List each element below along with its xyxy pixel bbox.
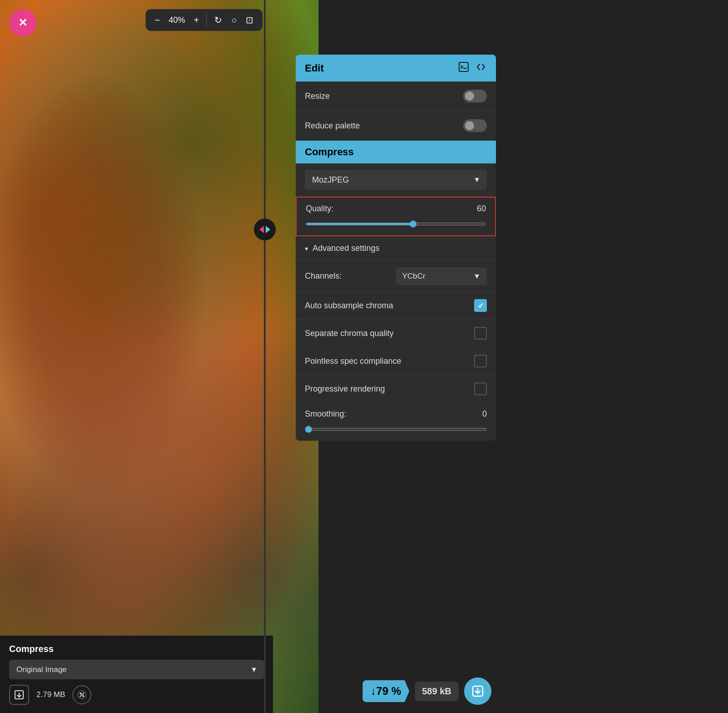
codec-select[interactable]: MozJPEG WebP AVIF JXL OxiPNG (305, 170, 487, 190)
arrow-right-icon (266, 226, 270, 233)
download-button[interactable] (464, 677, 491, 705)
right-panel: Edit Resize Reduce palette (296, 55, 496, 441)
svg-point-6 (80, 693, 81, 694)
bottom-bar-right: ↓79 % 589 kB (300, 669, 500, 713)
terminal-button[interactable] (458, 61, 470, 75)
svg-point-7 (82, 695, 84, 697)
compression-percent-badge[interactable] (72, 685, 91, 704)
circle-icon: ○ (231, 15, 237, 25)
rotate-icon: ↻ (214, 15, 222, 25)
separate-chroma-row: Separate chroma quality (296, 320, 496, 347)
reduce-palette-row: Reduce palette (296, 111, 496, 141)
close-button[interactable]: ✕ (9, 9, 36, 36)
pointless-spec-label: Pointless spec compliance (305, 356, 401, 366)
advanced-settings-header[interactable]: ▾ Advanced settings (296, 236, 496, 261)
bottom-image-dropdown-wrapper: Original Image Compressed Image ▼ (9, 660, 264, 679)
resize-toggle[interactable] (463, 90, 487, 102)
header-icon-group (458, 61, 487, 75)
smoothing-slider-container (305, 424, 487, 433)
zoom-display: 40% (166, 15, 188, 25)
split-handle-button[interactable] (254, 219, 276, 240)
smoothing-top: Smoothing: 0 (305, 409, 487, 419)
nav-button[interactable] (475, 61, 487, 75)
channels-dropdown-wrapper: YCbCr RGB Grayscale ▼ (396, 267, 487, 285)
crop-button[interactable]: ⊡ (242, 13, 257, 27)
minus-icon: − (155, 15, 160, 25)
split-divider (264, 0, 266, 713)
zoom-in-button[interactable]: + (190, 13, 203, 27)
reduction-value: ↓79 % (371, 685, 401, 698)
crop-icon: ⊡ (246, 15, 253, 25)
smoothing-label: Smoothing: (305, 409, 346, 419)
quality-label: Quality: (306, 204, 334, 214)
auto-subsample-label: Auto subsample chroma (305, 301, 393, 311)
resize-label: Resize (305, 92, 330, 101)
auto-subsample-checkbox[interactable]: ✓ (474, 299, 487, 312)
quality-slider-container (306, 219, 486, 227)
edit-header: Edit (296, 55, 496, 81)
top-toolbar: − 40% + ↻ ○ ⊡ (146, 9, 263, 31)
quality-top: Quality: 60 (306, 204, 486, 214)
reduce-toggle-thumb (465, 121, 474, 130)
resize-row: Resize (296, 81, 496, 111)
progressive-label: Progressive rendering (305, 384, 385, 394)
quality-row: Quality: 60 (296, 197, 496, 236)
image-canvas (0, 0, 318, 713)
compress-title: Compress (305, 146, 354, 158)
pointless-spec-checkbox[interactable] (474, 355, 487, 367)
image-preview (0, 0, 318, 713)
zoom-number: 40 (169, 15, 178, 25)
separate-chroma-label: Separate chroma quality (305, 329, 394, 338)
channels-select[interactable]: YCbCr RGB Grayscale (396, 267, 487, 285)
chevron-down-icon: ▾ (305, 245, 308, 252)
compressed-size-badge: 589 kB (415, 682, 459, 701)
plus-icon: + (194, 15, 199, 25)
quality-value: 60 (477, 204, 486, 214)
channels-label: Channels: (305, 271, 342, 281)
progressive-checkbox[interactable] (474, 382, 487, 395)
file-size-text: 2.79 MB (36, 690, 65, 699)
reduction-badge: ↓79 % (363, 680, 410, 702)
save-icon-box[interactable] (9, 685, 29, 705)
bottom-image-select[interactable]: Original Image Compressed Image (9, 660, 264, 679)
rotate-button[interactable]: ↻ (211, 13, 226, 27)
progressive-row: Progressive rendering (296, 375, 496, 403)
circle-button[interactable]: ○ (228, 13, 240, 27)
pointless-spec-row: Pointless spec compliance (296, 347, 496, 375)
separate-chroma-checkbox[interactable] (474, 327, 487, 340)
smoothing-value: 0 (482, 409, 487, 419)
checkmark-icon: ✓ (478, 301, 484, 310)
close-icon: ✕ (18, 16, 27, 29)
bottom-bar-left: Compress Original Image Compressed Image… (0, 636, 273, 713)
compress-section-header: Compress (296, 141, 496, 163)
channels-row: Channels: YCbCr RGB Grayscale ▼ (296, 261, 496, 292)
svg-rect-0 (459, 62, 468, 71)
smoothing-slider[interactable] (305, 428, 487, 431)
zoom-unit: % (178, 15, 185, 25)
reduce-palette-label: Reduce palette (305, 121, 360, 131)
auto-subsample-row: Auto subsample chroma ✓ (296, 292, 496, 320)
reduce-palette-toggle[interactable] (463, 119, 487, 132)
bottom-info-row: 2.79 MB (9, 685, 264, 705)
arrow-left-icon (259, 226, 264, 233)
advanced-label: Advanced settings (313, 244, 379, 253)
codec-dropdown-wrapper: MozJPEG WebP AVIF JXL OxiPNG ▼ (305, 170, 487, 190)
toolbar-separator (206, 14, 207, 26)
codec-dropdown-row: MozJPEG WebP AVIF JXL OxiPNG ▼ (296, 163, 496, 197)
toggle-thumb (465, 92, 474, 101)
edit-title: Edit (305, 62, 324, 74)
zoom-out-button[interactable]: − (151, 13, 164, 27)
compressed-size-value: 589 kB (422, 686, 452, 696)
smoothing-row: Smoothing: 0 (296, 403, 496, 441)
quality-slider[interactable] (306, 223, 486, 225)
bottom-compress-title: Compress (9, 644, 264, 654)
